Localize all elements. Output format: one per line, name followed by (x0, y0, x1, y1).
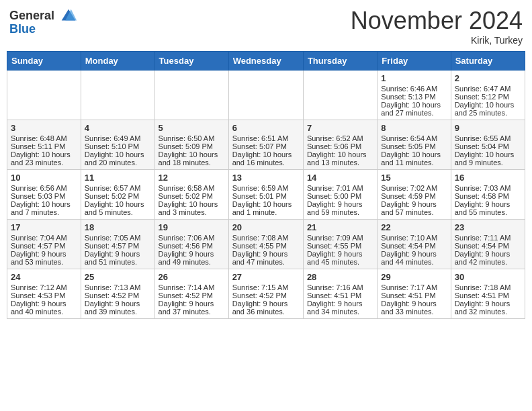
day-number: 10 (11, 173, 77, 183)
cell-info-line: Sunset: 4:54 PM (455, 242, 521, 250)
cell-info-line: Sunrise: 6:48 AM (11, 134, 77, 142)
cell-info-line: Sunset: 4:53 PM (11, 291, 77, 300)
calendar-week-row: 3Sunrise: 6:48 AMSunset: 5:11 PMDaylight… (7, 120, 525, 170)
cell-info-line: Daylight: 9 hours and 42 minutes. (455, 250, 521, 266)
calendar-cell: 22Sunrise: 7:10 AMSunset: 4:54 PMDayligh… (378, 220, 451, 269)
day-number: 7 (307, 123, 373, 133)
cell-info-line: Sunset: 4:57 PM (85, 242, 151, 250)
day-of-week-header: Tuesday (154, 52, 228, 71)
calendar-cell: 3Sunrise: 6:48 AMSunset: 5:11 PMDaylight… (7, 120, 81, 170)
day-number: 19 (159, 222, 225, 232)
day-number: 28 (307, 272, 373, 282)
day-number: 4 (85, 123, 151, 133)
day-number: 18 (85, 222, 151, 232)
calendar-cell: 28Sunrise: 7:16 AMSunset: 4:51 PMDayligh… (303, 269, 377, 319)
cell-info-line: Sunset: 4:54 PM (381, 242, 447, 250)
cell-info-line: Sunset: 5:11 PM (11, 142, 77, 150)
cell-info-line: Daylight: 9 hours and 36 minutes. (232, 300, 300, 316)
cell-info-line: Sunrise: 6:59 AM (232, 184, 300, 192)
calendar-header-row: SundayMondayTuesdayWednesdayThursdayFrid… (7, 52, 525, 71)
calendar-cell: 14Sunrise: 7:01 AMSunset: 5:00 PMDayligh… (303, 170, 377, 220)
cell-info-line: Sunset: 4:58 PM (455, 192, 521, 200)
day-number: 23 (455, 222, 521, 232)
cell-info-line: Sunrise: 7:18 AM (455, 283, 521, 291)
calendar-cell (303, 71, 377, 120)
cell-info-line: Sunset: 4:55 PM (307, 242, 373, 250)
cell-info-line: Sunset: 4:56 PM (159, 242, 225, 250)
day-number: 8 (381, 123, 447, 133)
calendar-cell: 4Sunrise: 6:49 AMSunset: 5:10 PMDaylight… (81, 120, 154, 170)
calendar-table: SundayMondayTuesdayWednesdayThursdayFrid… (7, 51, 525, 319)
calendar-cell (228, 71, 303, 120)
calendar-cell: 13Sunrise: 6:59 AMSunset: 5:01 PMDayligh… (228, 170, 303, 220)
cell-info-line: Sunset: 5:02 PM (159, 192, 225, 200)
cell-info-line: Sunrise: 7:17 AM (381, 283, 447, 291)
cell-info-line: Sunrise: 7:10 AM (381, 234, 447, 242)
cell-info-line: Sunrise: 7:11 AM (455, 234, 521, 242)
calendar-cell: 5Sunrise: 6:50 AMSunset: 5:09 PMDaylight… (154, 120, 228, 170)
cell-info-line: Daylight: 10 hours and 5 minutes. (85, 200, 151, 216)
cell-info-line: Daylight: 9 hours and 49 minutes. (159, 250, 225, 266)
day-number: 25 (85, 272, 151, 282)
cell-info-line: Daylight: 10 hours and 23 minutes. (11, 150, 77, 167)
day-number: 6 (232, 123, 300, 133)
calendar-cell: 9Sunrise: 6:55 AMSunset: 5:04 PMDaylight… (451, 120, 525, 170)
cell-info-line: Sunrise: 7:06 AM (159, 234, 225, 242)
cell-info-line: Daylight: 10 hours and 27 minutes. (381, 101, 447, 117)
day-number: 15 (381, 173, 447, 183)
calendar-cell: 19Sunrise: 7:06 AMSunset: 4:56 PMDayligh… (154, 220, 228, 269)
day-number: 9 (455, 123, 521, 133)
calendar-week-row: 17Sunrise: 7:04 AMSunset: 4:57 PMDayligh… (7, 220, 525, 269)
cell-info-line: Sunset: 4:59 PM (381, 192, 447, 200)
cell-info-line: Daylight: 10 hours and 9 minutes. (455, 150, 521, 167)
logo-blue-text: Blue (9, 23, 36, 36)
day-of-week-header: Wednesday (228, 52, 303, 71)
cell-info-line: Sunrise: 6:56 AM (11, 184, 77, 192)
cell-info-line: Sunset: 5:12 PM (455, 93, 521, 101)
cell-info-line: Sunrise: 7:05 AM (85, 234, 151, 242)
calendar-cell: 21Sunrise: 7:09 AMSunset: 4:55 PMDayligh… (303, 220, 377, 269)
day-number: 26 (159, 272, 225, 282)
title-block: November 2024 Kirik, Turkey (351, 7, 523, 46)
cell-info-line: Sunrise: 7:01 AM (307, 184, 373, 192)
logo: General Blue (9, 7, 78, 36)
cell-info-line: Daylight: 9 hours and 32 minutes. (455, 300, 521, 316)
cell-info-line: Daylight: 9 hours and 57 minutes. (381, 200, 447, 216)
calendar-week-row: 1Sunrise: 6:46 AMSunset: 5:13 PMDaylight… (7, 71, 525, 120)
calendar-cell: 2Sunrise: 6:47 AMSunset: 5:12 PMDaylight… (451, 71, 525, 120)
cell-info-line: Sunset: 4:51 PM (381, 291, 447, 300)
day-number: 13 (232, 173, 300, 183)
cell-info-line: Sunset: 5:03 PM (11, 192, 77, 200)
calendar-cell: 30Sunrise: 7:18 AMSunset: 4:51 PMDayligh… (451, 269, 525, 319)
cell-info-line: Sunset: 5:06 PM (307, 142, 373, 150)
cell-info-line: Daylight: 10 hours and 11 minutes. (381, 150, 447, 167)
cell-info-line: Sunset: 4:51 PM (455, 291, 521, 300)
cell-info-line: Sunrise: 7:14 AM (159, 283, 225, 291)
calendar-cell: 16Sunrise: 7:03 AMSunset: 4:58 PMDayligh… (451, 170, 525, 220)
cell-info-line: Daylight: 10 hours and 25 minutes. (455, 101, 521, 117)
cell-info-line: Sunrise: 7:15 AM (232, 283, 300, 291)
page-header: General Blue November 2024 Kirik, Turkey (7, 7, 525, 46)
day-number: 30 (455, 272, 521, 282)
cell-info-line: Daylight: 9 hours and 55 minutes. (455, 200, 521, 216)
calendar-cell: 15Sunrise: 7:02 AMSunset: 4:59 PMDayligh… (378, 170, 451, 220)
cell-info-line: Sunrise: 7:12 AM (11, 283, 77, 291)
cell-info-line: Sunrise: 7:13 AM (85, 283, 151, 291)
location: Kirik, Turkey (351, 35, 523, 46)
day-of-week-header: Monday (81, 52, 154, 71)
day-number: 14 (307, 173, 373, 183)
cell-info-line: Sunrise: 7:16 AM (307, 283, 373, 291)
day-number: 17 (11, 222, 77, 232)
day-of-week-header: Sunday (7, 52, 81, 71)
cell-info-line: Daylight: 9 hours and 53 minutes. (11, 250, 77, 266)
calendar-cell (154, 71, 228, 120)
cell-info-line: Sunset: 5:04 PM (455, 142, 521, 150)
cell-info-line: Sunrise: 7:09 AM (307, 234, 373, 242)
cell-info-line: Sunrise: 6:54 AM (381, 134, 447, 142)
calendar-cell (7, 71, 81, 120)
day-of-week-header: Thursday (303, 52, 377, 71)
calendar-cell: 27Sunrise: 7:15 AMSunset: 4:52 PMDayligh… (228, 269, 303, 319)
calendar-cell: 29Sunrise: 7:17 AMSunset: 4:51 PMDayligh… (378, 269, 451, 319)
cell-info-line: Sunrise: 7:02 AM (381, 184, 447, 192)
cell-info-line: Daylight: 10 hours and 20 minutes. (85, 150, 151, 167)
